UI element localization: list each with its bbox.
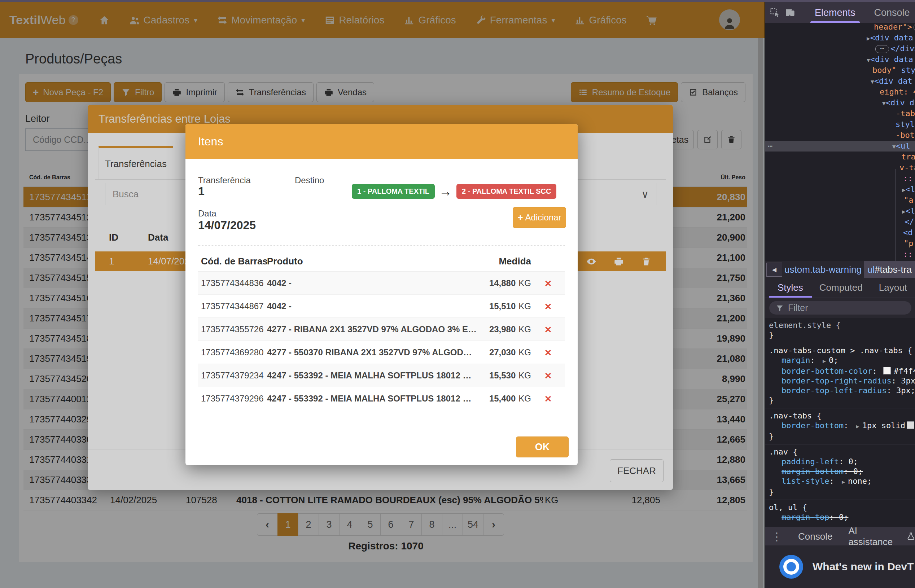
drawer-console-label: Console — [798, 531, 833, 542]
twisty-icon: ▼ — [892, 143, 896, 150]
dom-tree-node[interactable]: v-ta — [765, 162, 915, 173]
drawer-ai-label: AI assistance — [848, 525, 902, 548]
data-label: Data — [198, 208, 217, 219]
css-property[interactable]: margin: ▶0; — [765, 355, 915, 366]
dom-tree-node[interactable]: ▼<div data — [765, 54, 915, 65]
node-menu-icon[interactable]: ⋯ — [768, 141, 773, 152]
drawer-menu-icon[interactable]: ⋮ — [771, 530, 782, 543]
dom-tree-node[interactable]: "a — [765, 195, 915, 206]
funnel-icon — [776, 304, 784, 312]
ok-button[interactable]: OK — [516, 436, 569, 457]
dom-text: <div dat — [874, 76, 912, 86]
itens-modal: Itens Transferência Destino 1 1 - PALLOM… — [186, 124, 578, 465]
expand-ellipsis-icon[interactable]: ⋯ — [913, 23, 915, 31]
breadcrumb-back-button[interactable]: ◀ — [766, 263, 782, 277]
adicionar-label: Adicionar — [525, 212, 561, 223]
dom-text: <l — [905, 185, 915, 194]
css-property[interactable]: border-bottom-color: #f4f4f4 — [765, 366, 915, 376]
dom-text: :: — [903, 250, 913, 258]
dom-tree-node[interactable]: body" sty — [765, 65, 915, 76]
css-property[interactable]: border-bottom: ▶1px solid — [765, 421, 915, 431]
css-rule[interactable]: ol, ul {margin-top: 0; — [765, 500, 915, 525]
expand-ellipsis-icon[interactable]: ⋯ — [875, 45, 889, 53]
item-barcode: 1735774344867 — [201, 295, 268, 317]
dom-tree-node[interactable]: eight: 4 — [765, 87, 915, 97]
dom-tree-node[interactable]: ▶<l — [765, 206, 915, 216]
item-barcode: 1735774355726 — [201, 318, 268, 341]
adicionar-button[interactable]: + Adicionar — [513, 207, 566, 228]
device-toolbar-icon[interactable] — [785, 6, 795, 19]
itens-table-rows: 17357743448364042 -14,880KG×173577434486… — [198, 271, 565, 410]
css-rule[interactable]: element.style {} — [765, 318, 915, 343]
remove-item-icon[interactable]: × — [545, 300, 552, 312]
dom-tree-node[interactable]: ▼<div d — [765, 97, 915, 108]
dom-tree-node[interactable]: :: — [765, 249, 915, 260]
inspect-element-icon[interactable] — [770, 6, 780, 19]
css-property[interactable]: margin-bottom: 0; — [765, 467, 915, 476]
dom-tree-node[interactable]: :: — [765, 173, 915, 184]
destino-label: Destino — [295, 175, 324, 186]
remove-item-icon[interactable]: × — [545, 323, 552, 335]
devtools-tab-console[interactable]: Console — [874, 2, 910, 23]
filter-input[interactable]: Filter — [769, 301, 912, 315]
remove-item-icon[interactable]: × — [545, 278, 552, 289]
flask-icon — [906, 532, 915, 541]
dom-tree-node[interactable]: "p — [765, 238, 915, 249]
dom-text: <div data — [870, 55, 913, 64]
css-rule[interactable]: .nav-tabs {border-bottom: ▶1px solid} — [765, 408, 915, 444]
remove-item-icon[interactable]: × — [545, 393, 552, 404]
item-barcode: 1735774379296 — [201, 387, 268, 410]
item-barcode: 1735774344836 — [201, 271, 268, 294]
css-selector: .nav { — [769, 447, 797, 456]
css-rule[interactable]: .nav {padding-left: 0;margin-bottom: 0;l… — [765, 444, 915, 500]
item-medida: 14,880KG — [434, 271, 531, 294]
breadcrumb-item[interactable]: ustom.tab-warning — [784, 264, 862, 275]
whats-new-label[interactable]: What's new in DevT — [813, 561, 914, 573]
devtools-drawer: ⋮ Console AI assistance — [765, 527, 915, 546]
css-property[interactable]: list-style: ▶none; — [765, 476, 915, 487]
dom-tree-node[interactable]: </ — [765, 216, 915, 227]
browser-top-strip — [0, 0, 915, 2]
dom-tree-node[interactable]: ⋯</div> — [765, 43, 915, 54]
filter-placeholder: Filter — [788, 303, 808, 313]
destino-badges: 1 - PALLOMA TEXTIL → 2 - PALLOMA TEXTIL … — [352, 184, 556, 199]
dom-text: <div data — [870, 33, 913, 42]
dom-tree-node[interactable]: -tabs- — [765, 108, 915, 119]
dom-tree-node[interactable]: ⋯▼<ul — [765, 141, 915, 152]
styles-tab-styles[interactable]: Styles — [774, 278, 807, 297]
item-medida: 23,980KG — [434, 318, 531, 341]
css-property[interactable]: border-top-left-radius: 3px; — [765, 386, 915, 395]
styles-tab-computed[interactable]: Computed — [816, 278, 866, 297]
color-swatch[interactable] — [907, 422, 914, 429]
color-swatch[interactable] — [883, 367, 891, 375]
item-barcode: 1735774369280 — [201, 341, 268, 363]
remove-item-icon[interactable]: × — [545, 347, 552, 358]
remove-item-icon[interactable]: × — [545, 370, 552, 381]
styles-tab-layout[interactable]: Layout — [875, 278, 911, 297]
dom-tree-node[interactable]: style= — [765, 119, 915, 130]
dom-text: -botto — [896, 131, 915, 140]
twisty-icon: ▼ — [882, 100, 886, 107]
devtools-whats-new: What's new in DevT — [765, 546, 915, 588]
item-medida: 27,030KG — [434, 341, 531, 363]
dom-tree-node[interactable]: <d — [765, 227, 915, 238]
css-selector: .nav-tabs-custom > .nav-tabs { — [769, 346, 912, 355]
devtools-tab-elements[interactable]: Elements — [815, 2, 855, 23]
dom-text: <l — [905, 206, 915, 215]
css-property[interactable]: padding-left: 0; — [765, 457, 915, 467]
dom-tree-node[interactable]: ▶<l — [765, 184, 915, 195]
item-row: 17357743792344247 - 553392 - MEIA MALHA … — [198, 364, 565, 387]
breadcrumb-item-selected[interactable]: ul#tabs-tra — [864, 261, 915, 278]
drawer-console-tab[interactable]: Console — [798, 531, 833, 542]
css-property[interactable]: border-top-right-radius: 3px; — [765, 376, 915, 386]
drawer-ai-tab[interactable]: AI assistance — [848, 525, 915, 548]
dom-tree: header">⋯▶<div data⋯</div>▼<div databody… — [765, 23, 915, 261]
dom-tree-node[interactable]: -botto — [765, 130, 915, 141]
dom-tree-node[interactable]: tran — [765, 152, 915, 162]
css-property[interactable]: margin-top: 0; — [765, 512, 915, 522]
css-rule[interactable]: .nav-tabs-custom > .nav-tabs {margin: ▶0… — [765, 343, 915, 408]
dom-tree-node[interactable]: ▼<div dat — [765, 76, 915, 87]
itens-col-barcode: Cód. de Barras — [201, 251, 268, 271]
dom-tree-node[interactable]: header">⋯ — [765, 23, 915, 32]
dom-tree-node[interactable]: ▶<div data — [765, 32, 915, 43]
